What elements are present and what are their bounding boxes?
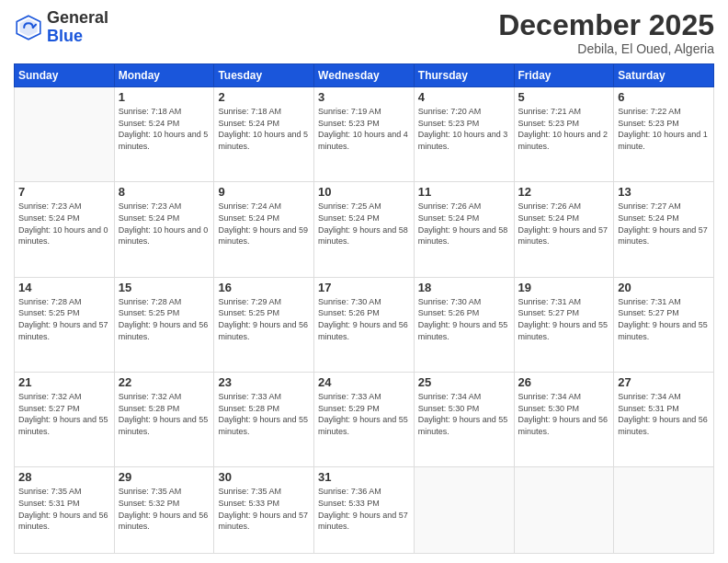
calendar-cell: 15Sunrise: 7:28 AMSunset: 5:25 PMDayligh… [114,277,214,372]
calendar-cell: 11Sunrise: 7:26 AMSunset: 5:24 PMDayligh… [414,182,514,277]
calendar-cell [15,87,115,182]
day-number: 6 [618,90,710,104]
calendar-cell: 30Sunrise: 7:35 AMSunset: 5:33 PMDayligh… [214,467,314,554]
day-number: 19 [518,281,610,294]
calendar-cell: 17Sunrise: 7:30 AMSunset: 5:26 PMDayligh… [314,277,415,372]
day-info: Sunrise: 7:24 AMSunset: 5:24 PMDaylight:… [218,201,310,247]
day-number: 8 [119,185,210,199]
header: General Blue December 2025 Debila, El Ou… [14,9,714,56]
week-row-3: 14Sunrise: 7:28 AMSunset: 5:25 PMDayligh… [15,277,714,372]
calendar-cell: 20Sunrise: 7:31 AMSunset: 5:27 PMDayligh… [614,277,714,372]
logo-icon [14,13,43,42]
calendar-table: SundayMondayTuesdayWednesdayThursdayFrid… [14,63,714,554]
calendar-cell: 18Sunrise: 7:30 AMSunset: 5:26 PMDayligh… [414,277,514,372]
weekday-header-friday: Friday [514,64,614,87]
day-info: Sunrise: 7:30 AMSunset: 5:26 PMDaylight:… [318,296,410,342]
calendar-cell [614,467,714,554]
day-info: Sunrise: 7:23 AMSunset: 5:24 PMDaylight:… [119,201,210,247]
day-info: Sunrise: 7:27 AMSunset: 5:24 PMDaylight:… [618,201,710,247]
day-info: Sunrise: 7:32 AMSunset: 5:28 PMDaylight:… [119,391,210,437]
calendar-cell: 9Sunrise: 7:24 AMSunset: 5:24 PMDaylight… [214,182,314,277]
week-row-4: 21Sunrise: 7:32 AMSunset: 5:27 PMDayligh… [15,373,714,467]
day-info: Sunrise: 7:30 AMSunset: 5:26 PMDaylight:… [418,296,510,342]
calendar-cell: 29Sunrise: 7:35 AMSunset: 5:32 PMDayligh… [114,467,214,554]
day-info: Sunrise: 7:20 AMSunset: 5:23 PMDaylight:… [418,106,510,152]
title-block: December 2025 Debila, El Oued, Algeria [498,9,714,56]
calendar-cell: 27Sunrise: 7:34 AMSunset: 5:31 PMDayligh… [614,373,714,467]
day-number: 23 [218,375,310,389]
day-info: Sunrise: 7:21 AMSunset: 5:23 PMDaylight:… [518,106,610,152]
day-info: Sunrise: 7:33 AMSunset: 5:29 PMDaylight:… [318,391,410,437]
weekday-header-thursday: Thursday [414,64,514,87]
calendar-cell: 21Sunrise: 7:32 AMSunset: 5:27 PMDayligh… [15,373,115,467]
calendar-cell: 14Sunrise: 7:28 AMSunset: 5:25 PMDayligh… [15,277,115,372]
day-info: Sunrise: 7:29 AMSunset: 5:25 PMDaylight:… [218,296,310,342]
calendar-cell: 22Sunrise: 7:32 AMSunset: 5:28 PMDayligh… [114,373,214,467]
day-number: 14 [18,281,110,294]
day-number: 17 [318,281,410,294]
calendar-cell: 25Sunrise: 7:34 AMSunset: 5:30 PMDayligh… [414,373,514,467]
calendar-cell: 7Sunrise: 7:23 AMSunset: 5:24 PMDaylight… [15,182,115,277]
day-number: 20 [618,281,710,294]
calendar-cell: 28Sunrise: 7:35 AMSunset: 5:31 PMDayligh… [15,467,115,554]
calendar-cell: 2Sunrise: 7:18 AMSunset: 5:24 PMDaylight… [214,87,314,182]
day-number: 3 [318,90,410,104]
day-number: 15 [119,281,210,294]
day-number: 5 [518,90,610,104]
day-number: 7 [18,185,110,199]
day-number: 4 [418,90,510,104]
day-number: 24 [318,375,410,389]
calendar-cell: 23Sunrise: 7:33 AMSunset: 5:28 PMDayligh… [214,373,314,467]
day-info: Sunrise: 7:23 AMSunset: 5:24 PMDaylight:… [18,201,110,247]
day-number: 29 [119,470,210,484]
week-row-2: 7Sunrise: 7:23 AMSunset: 5:24 PMDaylight… [15,182,714,277]
day-number: 11 [418,185,510,199]
day-number: 12 [518,185,610,199]
calendar-cell: 16Sunrise: 7:29 AMSunset: 5:25 PMDayligh… [214,277,314,372]
day-info: Sunrise: 7:18 AMSunset: 5:24 PMDaylight:… [119,106,210,152]
day-number: 22 [119,375,210,389]
weekday-header-sunday: Sunday [15,64,115,87]
calendar-cell: 3Sunrise: 7:19 AMSunset: 5:23 PMDaylight… [314,87,415,182]
day-info: Sunrise: 7:31 AMSunset: 5:27 PMDaylight:… [618,296,710,342]
calendar-cell: 19Sunrise: 7:31 AMSunset: 5:27 PMDayligh… [514,277,614,372]
day-info: Sunrise: 7:33 AMSunset: 5:28 PMDaylight:… [218,391,310,437]
day-info: Sunrise: 7:22 AMSunset: 5:23 PMDaylight:… [618,106,710,152]
week-row-1: 1Sunrise: 7:18 AMSunset: 5:24 PMDaylight… [15,87,714,182]
day-info: Sunrise: 7:35 AMSunset: 5:33 PMDaylight:… [218,486,310,532]
calendar-cell: 13Sunrise: 7:27 AMSunset: 5:24 PMDayligh… [614,182,714,277]
day-info: Sunrise: 7:32 AMSunset: 5:27 PMDaylight:… [18,391,110,437]
day-info: Sunrise: 7:25 AMSunset: 5:24 PMDaylight:… [318,201,410,247]
calendar-cell [514,467,614,554]
weekday-header-monday: Monday [114,64,214,87]
calendar-cell: 6Sunrise: 7:22 AMSunset: 5:23 PMDaylight… [614,87,714,182]
day-number: 26 [518,375,610,389]
day-info: Sunrise: 7:19 AMSunset: 5:23 PMDaylight:… [318,106,410,152]
day-number: 31 [318,470,410,484]
page: General Blue December 2025 Debila, El Ou… [0,0,728,563]
day-number: 28 [18,470,110,484]
calendar-cell: 8Sunrise: 7:23 AMSunset: 5:24 PMDaylight… [114,182,214,277]
calendar-cell: 24Sunrise: 7:33 AMSunset: 5:29 PMDayligh… [314,373,415,467]
day-number: 16 [218,281,310,294]
calendar-cell: 4Sunrise: 7:20 AMSunset: 5:23 PMDaylight… [414,87,514,182]
weekday-header-saturday: Saturday [614,64,714,87]
calendar-cell: 10Sunrise: 7:25 AMSunset: 5:24 PMDayligh… [314,182,415,277]
calendar-cell: 26Sunrise: 7:34 AMSunset: 5:30 PMDayligh… [514,373,614,467]
day-number: 10 [318,185,410,199]
day-info: Sunrise: 7:31 AMSunset: 5:27 PMDaylight:… [518,296,610,342]
month-title: December 2025 [498,9,714,41]
calendar-cell [414,467,514,554]
day-info: Sunrise: 7:28 AMSunset: 5:25 PMDaylight:… [18,296,110,342]
day-info: Sunrise: 7:36 AMSunset: 5:33 PMDaylight:… [318,486,410,532]
calendar-cell: 5Sunrise: 7:21 AMSunset: 5:23 PMDaylight… [514,87,614,182]
day-number: 30 [218,470,310,484]
day-number: 13 [618,185,710,199]
location-subtitle: Debila, El Oued, Algeria [498,41,714,56]
day-number: 2 [218,90,310,104]
calendar-cell: 1Sunrise: 7:18 AMSunset: 5:24 PMDaylight… [114,87,214,182]
weekday-header-tuesday: Tuesday [214,64,314,87]
day-info: Sunrise: 7:28 AMSunset: 5:25 PMDaylight:… [119,296,210,342]
day-info: Sunrise: 7:34 AMSunset: 5:31 PMDaylight:… [618,391,710,437]
day-number: 27 [618,375,710,389]
